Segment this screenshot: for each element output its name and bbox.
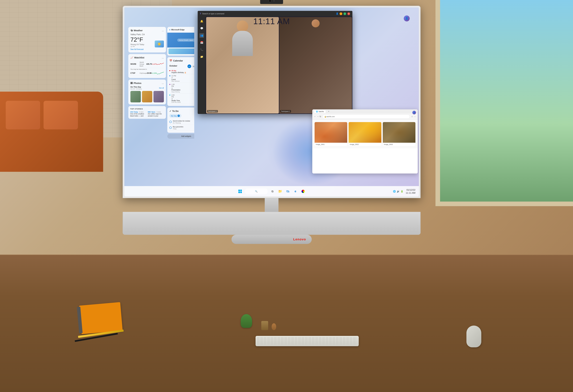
taskbar-clock[interactable]: 01/12/22 11:11 AM: [406, 188, 415, 194]
edge-taskbar-button[interactable]: e: [292, 188, 298, 194]
system-tray: 🌐 🔊 🔋 01/12/22 11:11 AM: [393, 188, 415, 194]
todo-checkbox-1[interactable]: [169, 121, 172, 123]
news-item-1[interactable]: USA Today 3 mins One of the smallest bla…: [130, 111, 146, 117]
photo-thumb-3[interactable]: [153, 91, 164, 102]
user-avatar[interactable]: 👤: [404, 16, 410, 21]
new-tab-button[interactable]: +: [327, 110, 331, 113]
on-this-day-label: On This Day: [130, 86, 142, 88]
sidebar-chat-icon[interactable]: 💬: [199, 26, 204, 31]
keyboard: [256, 336, 359, 346]
forward-button[interactable]: →: [317, 115, 319, 118]
win11-logo-br: [240, 191, 242, 193]
stock-chart-2: [157, 71, 164, 75]
store-button[interactable]: 🛍: [285, 188, 291, 194]
photo-thumb-1[interactable]: [130, 91, 141, 102]
weather-forecast-link[interactable]: See full forecast: [130, 48, 164, 51]
teams-close[interactable]: ✕: [347, 12, 350, 15]
todo-item-1[interactable]: Send invites for reviewOn: Planning ☆: [169, 119, 194, 125]
cal-event-lunch[interactable]: 12 PM2h Lunch Alex Johnson: [169, 74, 194, 83]
gallery-item-3[interactable]: Image_0003: [383, 122, 415, 146]
gallery-item-2[interactable]: Image_0002: [349, 122, 381, 146]
stock-row-2[interactable]: CTSP CityScape 23.98 +2.23%: [130, 70, 164, 76]
teams-maximize[interactable]: □: [343, 12, 346, 15]
sound-icon[interactable]: 🔊: [397, 190, 400, 193]
todo-count: 3: [178, 115, 180, 117]
system-clock: 11:11 AM: [253, 17, 290, 26]
cal-event-allday[interactable]: All day Angela's Birthday 🎂: [169, 69, 194, 74]
see-all-button[interactable]: See all: [159, 87, 164, 89]
browser-gallery: Image_0001 Image_0002: [312, 120, 418, 148]
back-button[interactable]: ←: [314, 115, 316, 118]
taskbar-center-icons: 🔍 ⧉ 📁 🛍: [237, 188, 306, 194]
cal-event-presentation[interactable]: 1:30 PM2h PresentationSkype Meeting: [169, 83, 194, 93]
browser-tabs-bar: 🌐 Satchls +: [312, 109, 418, 114]
sidebar-calendar-icon[interactable]: 📅: [199, 40, 204, 45]
gallery-item-1[interactable]: Image_0001: [315, 122, 347, 146]
refresh-button[interactable]: ↻: [320, 115, 321, 118]
room-background: 11:11 AM 👤: [0, 0, 573, 392]
teams-logo-icon: T: [200, 13, 201, 15]
stock-change-1: -3.47%: [152, 63, 157, 65]
browser-tab-satchls[interactable]: 🌐 Satchls: [314, 110, 326, 113]
mouse: [466, 325, 481, 347]
cal-event-birthday: Angela's Birthday 🎂: [171, 71, 186, 73]
stock-row-1[interactable]: WGRB World Group Bank 435.75 -3.47%: [130, 60, 164, 68]
edge-hero-image: Ikoma Onashi, Japan: [167, 33, 194, 48]
cal-event-studio[interactable]: 4:00 PM3h Studio Time Conf Rm 02/05: [169, 93, 194, 104]
gallery-photo-1: [315, 122, 347, 143]
music-button[interactable]: [300, 188, 306, 194]
photos-menu[interactable]: ...: [162, 82, 164, 85]
taskbar-search[interactable]: 🔍: [245, 188, 268, 194]
monitor-stand-base: Lenovo: [232, 235, 312, 244]
cal-event-studio-person: Conf Rm 02/05: [171, 102, 181, 103]
gallery-photo-3: [383, 122, 415, 143]
browser-menu-icon[interactable]: ⋯: [414, 115, 416, 118]
participant2-bg: [279, 17, 352, 114]
widget-columns: 🌤 Weather ... Valley Park, CA: [128, 27, 193, 139]
todo-item-2[interactable]: Buy groceriesToday ☆: [169, 125, 194, 131]
person1-body: [232, 31, 253, 56]
cal-day-22[interactable]: 22: [192, 65, 194, 68]
teams-profile-icon[interactable]: 👤: [336, 12, 339, 15]
todo-checkbox-2[interactable]: [169, 127, 172, 129]
cal-event-dot-lunch: [169, 75, 170, 76]
photo-thumb-2[interactable]: [142, 91, 152, 102]
task-view-button[interactable]: ⧉: [269, 188, 275, 194]
watchlist-promo: You may be interested in:: [130, 68, 164, 70]
taskbar: 🔍 ⧉ 📁 🛍: [124, 186, 419, 196]
wifi-icon[interactable]: 🌐: [393, 190, 396, 193]
browser-star-icon[interactable]: ☆: [411, 115, 413, 118]
cal-event-lunch-time: 12 PM2h: [171, 75, 177, 79]
news-source-1: USA Today 3 mins: [130, 111, 146, 113]
weather-menu[interactable]: ...: [162, 29, 164, 32]
battery-icon[interactable]: 🔋: [400, 190, 403, 193]
gallery-photo-1-overlay: [315, 122, 347, 143]
edge-thumb-1[interactable]: [168, 49, 194, 54]
sidebar-files-icon[interactable]: 📁: [199, 54, 204, 59]
browser-url-bar[interactable]: 🔒 satchls.com: [322, 115, 410, 119]
teams-minimize[interactable]: –: [340, 12, 342, 15]
watchlist-widget: 📈 Watchlist ... WGRB World Group Bank: [128, 54, 166, 78]
cal-event-dot-allday: [169, 70, 170, 71]
sofa: [0, 92, 103, 172]
widget-col-left: 🌤 Weather ... Valley Park, CA: [128, 27, 166, 139]
news-item-2[interactable]: NBC News 3 mins Are coffee naps the answ…: [148, 111, 164, 117]
start-button[interactable]: [237, 188, 243, 194]
taskbar-date: 01/12/22: [406, 188, 415, 191]
sidebar-calls-icon[interactable]: 📞: [199, 47, 204, 52]
watchlist-menu[interactable]: ...: [162, 56, 164, 59]
todo-tab[interactable]: My Day 3: [169, 114, 181, 118]
cal-event-dot-presentation: [169, 84, 170, 85]
sidebar-activity-icon[interactable]: 🔔: [199, 19, 204, 24]
browser-profile-icon[interactable]: 👤: [412, 111, 416, 114]
sidebar-teams-icon[interactable]: 👥: [199, 33, 204, 38]
sofa-cushion-2: [44, 101, 78, 129]
file-explorer-button[interactable]: 📁: [277, 188, 283, 194]
video-participant-2: Participant 2: [279, 17, 352, 114]
add-widget-button[interactable]: Add widgets: [167, 134, 194, 139]
sys-tray-icons: 🌐 🔊 🔋: [393, 190, 403, 193]
lenovo-brand-label: Lenovo: [293, 238, 306, 241]
cal-event-presentation-content: 1:30 PM2h PresentationSkype Meeting: [171, 84, 180, 93]
weather-uv: ▲ 0%: [130, 46, 145, 47]
cal-day-21[interactable]: 21: [187, 65, 191, 68]
